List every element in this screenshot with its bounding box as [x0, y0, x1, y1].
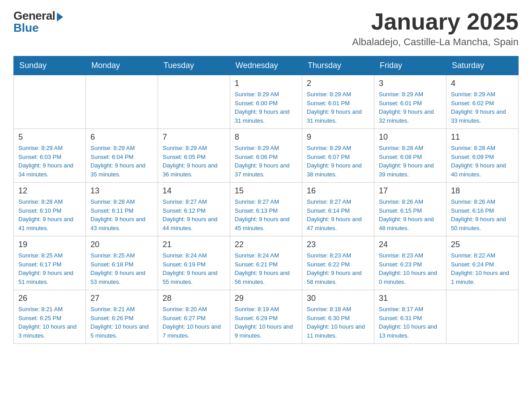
calendar-cell: 13Sunrise: 8:28 AM Sunset: 6:11 PM Dayli…: [86, 183, 158, 236]
day-number: 9: [307, 133, 369, 142]
calendar-cell: 26Sunrise: 8:21 AM Sunset: 6:25 PM Dayli…: [14, 290, 86, 344]
logo: General Blue: [13, 9, 63, 35]
day-info: Sunrise: 8:29 AM Sunset: 6:07 PM Dayligh…: [307, 144, 369, 179]
calendar-cell: 14Sunrise: 8:27 AM Sunset: 6:12 PM Dayli…: [158, 183, 230, 236]
calendar-cell: 2Sunrise: 8:29 AM Sunset: 6:01 PM Daylig…: [302, 75, 374, 129]
weekday-header-friday: Friday: [374, 56, 446, 75]
day-number: 14: [163, 186, 225, 196]
day-info: Sunrise: 8:21 AM Sunset: 6:25 PM Dayligh…: [18, 305, 81, 340]
day-number: 15: [235, 186, 297, 196]
calendar-cell: 17Sunrise: 8:26 AM Sunset: 6:15 PM Dayli…: [374, 183, 446, 236]
day-number: 13: [90, 186, 153, 196]
day-info: Sunrise: 8:29 AM Sunset: 6:03 PM Dayligh…: [18, 144, 81, 179]
weekday-header-wednesday: Wednesday: [230, 56, 302, 75]
day-info: Sunrise: 8:24 AM Sunset: 6:21 PM Dayligh…: [235, 251, 297, 286]
day-number: 5: [18, 133, 81, 142]
calendar-table: SundayMondayTuesdayWednesdayThursdayFrid…: [13, 56, 519, 344]
day-number: 31: [379, 294, 442, 303]
calendar-cell: 21Sunrise: 8:24 AM Sunset: 6:19 PM Dayli…: [158, 236, 230, 290]
calendar-cell: 25Sunrise: 8:22 AM Sunset: 6:24 PM Dayli…: [446, 236, 519, 290]
calendar-cell: 22Sunrise: 8:24 AM Sunset: 6:21 PM Dayli…: [230, 236, 302, 290]
page-header: General Blue January 2025 Albaladejo, Ca…: [13, 9, 519, 48]
day-number: 28: [163, 294, 225, 303]
location-title: Albaladejo, Castille-La Mancha, Spain: [352, 36, 519, 48]
weekday-header-thursday: Thursday: [302, 56, 374, 75]
day-info: Sunrise: 8:22 AM Sunset: 6:24 PM Dayligh…: [451, 251, 514, 286]
calendar-cell: 28Sunrise: 8:20 AM Sunset: 6:27 PM Dayli…: [158, 290, 230, 344]
day-info: Sunrise: 8:25 AM Sunset: 6:17 PM Dayligh…: [18, 251, 81, 286]
day-info: Sunrise: 8:23 AM Sunset: 6:22 PM Dayligh…: [307, 251, 369, 286]
day-info: Sunrise: 8:29 AM Sunset: 6:06 PM Dayligh…: [235, 144, 297, 179]
weekday-header-saturday: Saturday: [446, 56, 519, 75]
calendar-cell: 3Sunrise: 8:29 AM Sunset: 6:01 PM Daylig…: [374, 75, 446, 129]
calendar-cell: 23Sunrise: 8:23 AM Sunset: 6:22 PM Dayli…: [302, 236, 374, 290]
calendar-week-5: 26Sunrise: 8:21 AM Sunset: 6:25 PM Dayli…: [14, 290, 519, 344]
day-info: Sunrise: 8:27 AM Sunset: 6:12 PM Dayligh…: [163, 197, 225, 232]
calendar-cell: 29Sunrise: 8:19 AM Sunset: 6:29 PM Dayli…: [230, 290, 302, 344]
calendar-week-1: 1Sunrise: 8:29 AM Sunset: 6:00 PM Daylig…: [14, 75, 519, 129]
calendar-week-3: 12Sunrise: 8:28 AM Sunset: 6:10 PM Dayli…: [14, 183, 519, 236]
day-info: Sunrise: 8:29 AM Sunset: 6:05 PM Dayligh…: [163, 144, 225, 179]
day-info: Sunrise: 8:27 AM Sunset: 6:13 PM Dayligh…: [235, 197, 297, 232]
calendar-week-4: 19Sunrise: 8:25 AM Sunset: 6:17 PM Dayli…: [14, 236, 519, 290]
day-number: 21: [163, 240, 225, 249]
day-info: Sunrise: 8:20 AM Sunset: 6:27 PM Dayligh…: [163, 305, 225, 340]
day-number: 7: [163, 133, 225, 142]
day-number: 23: [307, 240, 369, 249]
day-number: 22: [235, 240, 297, 249]
day-info: Sunrise: 8:19 AM Sunset: 6:29 PM Dayligh…: [235, 305, 297, 340]
day-info: Sunrise: 8:17 AM Sunset: 6:31 PM Dayligh…: [379, 305, 442, 340]
calendar-cell: [14, 75, 86, 129]
day-number: 8: [235, 133, 297, 142]
day-number: 16: [307, 186, 369, 196]
day-number: 27: [90, 294, 153, 303]
day-number: 24: [379, 240, 442, 249]
day-info: Sunrise: 8:26 AM Sunset: 6:16 PM Dayligh…: [451, 197, 514, 232]
day-number: 6: [90, 133, 153, 142]
day-info: Sunrise: 8:28 AM Sunset: 6:11 PM Dayligh…: [90, 197, 153, 232]
logo-blue-text: Blue: [13, 21, 39, 35]
day-number: 19: [18, 240, 81, 249]
day-number: 25: [451, 240, 514, 249]
day-number: 1: [235, 79, 297, 88]
day-info: Sunrise: 8:23 AM Sunset: 6:23 PM Dayligh…: [379, 251, 442, 286]
calendar-cell: 4Sunrise: 8:29 AM Sunset: 6:02 PM Daylig…: [446, 75, 519, 129]
day-number: 4: [451, 79, 514, 88]
weekday-header-tuesday: Tuesday: [158, 56, 230, 75]
calendar-cell: 9Sunrise: 8:29 AM Sunset: 6:07 PM Daylig…: [302, 129, 374, 183]
day-info: Sunrise: 8:29 AM Sunset: 6:04 PM Dayligh…: [90, 144, 153, 179]
calendar-cell: 24Sunrise: 8:23 AM Sunset: 6:23 PM Dayli…: [374, 236, 446, 290]
day-number: 26: [18, 294, 81, 303]
calendar-cell: 18Sunrise: 8:26 AM Sunset: 6:16 PM Dayli…: [446, 183, 519, 236]
calendar-cell: 7Sunrise: 8:29 AM Sunset: 6:05 PM Daylig…: [158, 129, 230, 183]
title-section: January 2025 Albaladejo, Castille-La Man…: [352, 9, 519, 48]
calendar-cell: 1Sunrise: 8:29 AM Sunset: 6:00 PM Daylig…: [230, 75, 302, 129]
day-info: Sunrise: 8:18 AM Sunset: 6:30 PM Dayligh…: [307, 305, 369, 340]
day-info: Sunrise: 8:29 AM Sunset: 6:01 PM Dayligh…: [307, 90, 369, 125]
calendar-week-2: 5Sunrise: 8:29 AM Sunset: 6:03 PM Daylig…: [14, 129, 519, 183]
calendar-cell: 16Sunrise: 8:27 AM Sunset: 6:14 PM Dayli…: [302, 183, 374, 236]
day-number: 10: [379, 133, 442, 142]
calendar-cell: 11Sunrise: 8:28 AM Sunset: 6:09 PM Dayli…: [446, 129, 519, 183]
calendar-cell: 6Sunrise: 8:29 AM Sunset: 6:04 PM Daylig…: [86, 129, 158, 183]
calendar-cell: 27Sunrise: 8:21 AM Sunset: 6:26 PM Dayli…: [86, 290, 158, 344]
month-title: January 2025: [352, 9, 519, 34]
calendar-cell: 30Sunrise: 8:18 AM Sunset: 6:30 PM Dayli…: [302, 290, 374, 344]
day-info: Sunrise: 8:25 AM Sunset: 6:18 PM Dayligh…: [90, 251, 153, 286]
day-number: 29: [235, 294, 297, 303]
day-info: Sunrise: 8:26 AM Sunset: 6:15 PM Dayligh…: [379, 197, 442, 232]
day-number: 20: [90, 240, 153, 249]
weekday-header-sunday: Sunday: [14, 56, 86, 75]
day-number: 17: [379, 186, 442, 196]
day-number: 3: [379, 79, 442, 88]
calendar-cell: 15Sunrise: 8:27 AM Sunset: 6:13 PM Dayli…: [230, 183, 302, 236]
day-info: Sunrise: 8:29 AM Sunset: 6:01 PM Dayligh…: [379, 90, 442, 125]
calendar-cell: 8Sunrise: 8:29 AM Sunset: 6:06 PM Daylig…: [230, 129, 302, 183]
day-number: 11: [451, 133, 514, 142]
day-info: Sunrise: 8:28 AM Sunset: 6:08 PM Dayligh…: [379, 144, 442, 179]
weekday-header-monday: Monday: [86, 56, 158, 75]
day-info: Sunrise: 8:27 AM Sunset: 6:14 PM Dayligh…: [307, 197, 369, 232]
calendar-cell: 5Sunrise: 8:29 AM Sunset: 6:03 PM Daylig…: [14, 129, 86, 183]
calendar-cell: [158, 75, 230, 129]
calendar-cell: 20Sunrise: 8:25 AM Sunset: 6:18 PM Dayli…: [86, 236, 158, 290]
